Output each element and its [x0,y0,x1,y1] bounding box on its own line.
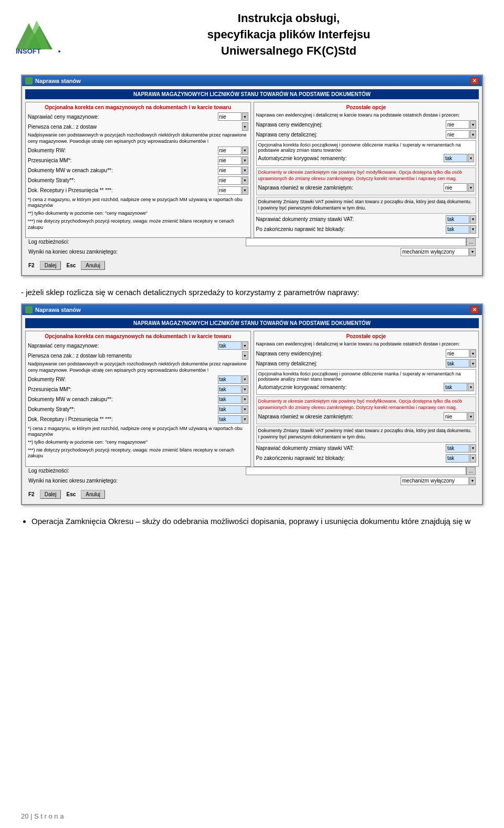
dialog2-ewid-arrow[interactable]: ▼ [470,349,476,358]
dialog1-row-mm-control[interactable]: nie ▼ [218,156,248,165]
dialog2-remanenty-arrow[interactable]: ▼ [468,383,474,391]
dialog2-row-straty-arrow[interactable]: ▼ [242,405,248,414]
dialog1-remanenty-arrow[interactable]: ▼ [468,154,474,162]
dialog1-row-mw-arrow[interactable]: ▼ [242,166,248,175]
dialog1-log-browse-button[interactable]: ... [466,238,476,246]
dialog2-naprawiac-value[interactable]: tak [218,341,242,350]
dialog1-field-ewid-control[interactable]: nie ▼ [446,120,476,129]
dialog1-row-rw-value[interactable]: nie [218,146,242,155]
dialog1-row-receptury-value[interactable]: nie [218,186,242,195]
dialog1-pierwsza-arrow[interactable]: ▼ [242,122,248,131]
dialog2-row-straty-control[interactable]: tak ▼ [218,405,248,414]
dialog1-naprawiac-arrow[interactable]: ▼ [242,112,248,121]
dialog2-field-ewid-control[interactable]: nie ▼ [446,349,476,358]
dialog2-close-button[interactable]: ✕ [470,306,479,313]
dialog1-row-mm-arrow[interactable]: ▼ [242,156,248,165]
dialog1-close-button[interactable]: ✕ [470,77,479,85]
dialog2-pierwsza-arrow[interactable]: ▼ [242,351,248,360]
dialog2-field-detal-control[interactable]: tak ▼ [446,359,476,368]
dialog2-dalej-button[interactable]: Dalej [40,490,61,499]
dialog2-ewid-value[interactable]: nie [446,349,469,358]
dialog2-remanenty-value[interactable]: tak [444,383,467,391]
dialog2-field-detal: Naprawa ceny detalicznej: tak ▼ [256,359,477,368]
dialog2-wyniki-arrow[interactable]: ▼ [469,477,476,485]
dialog1-row-rw-arrow[interactable]: ▼ [242,146,248,155]
dialog2-period-value[interactable]: nie [444,412,467,421]
dialog2-vat-value[interactable]: tak [446,444,469,453]
dialog2-row-mm-control[interactable]: tak ▼ [218,385,248,394]
dialog2-row-mw-value[interactable]: tak [218,395,242,404]
dialog2-field-vat-control[interactable]: tak ▼ [446,444,476,453]
dialog1-row-mw-control[interactable]: nie ▼ [218,166,248,175]
dialog1-remanenty-value[interactable]: tak [444,154,467,162]
dialog1-period-arrow[interactable]: ▼ [468,183,474,192]
dialog2-row-mm-arrow[interactable]: ▼ [242,385,248,394]
dialog2-row-mw-control[interactable]: tak ▼ [218,395,248,404]
dialog1-field-vat-control[interactable]: tak ▼ [446,215,476,224]
dialog1-field-detal-control[interactable]: nie ▼ [446,130,476,139]
insoft-logo-svg: INSOFT [10,13,79,55]
dialog2-detal-value[interactable]: tak [446,359,469,368]
dialog2-wyniki-control[interactable]: mechanizm wyłączony ▼ [401,477,476,485]
dialog1-dalej-button[interactable]: Dalej [40,261,61,270]
dialog1-blokady-arrow[interactable]: ▼ [470,225,476,234]
dialog1-blokady-value[interactable]: tak [446,225,469,234]
dialog2-field-pierwsza-control[interactable]: ▼ [242,351,248,360]
dialog1-ewid-value[interactable]: nie [446,120,469,129]
dialog2-detal-arrow[interactable]: ▼ [470,359,476,368]
dialog1-anuluj-button[interactable]: Anuluj [81,261,105,270]
dialog1-main-header: NAPRAWA MAGAZYNOWYCH LICZNIKÓW STANU TOW… [25,89,479,99]
dialog1-wyniki-control[interactable]: mechanizm wyłączony ▼ [401,248,476,256]
dialog2-blokady-arrow[interactable]: ▼ [470,454,476,463]
dialog1-field-remanenty-control[interactable]: tak ▼ [444,154,474,162]
dialog2-row-mw-arrow[interactable]: ▼ [242,395,248,404]
dialog2-log-row: Log rozbieżności: ... [25,467,479,475]
dialog1-wyniki-arrow[interactable]: ▼ [469,248,476,256]
dialog1-field-pierwsza-control[interactable]: ▼ [242,122,248,131]
dialog2-row-receptury-value[interactable]: tak [218,415,242,424]
dialog1-row-mw-value[interactable]: nie [218,166,242,175]
dialog1-detal-value[interactable]: nie [446,130,469,139]
dialog1-row-receptury-arrow[interactable]: ▼ [242,186,248,195]
dialog2-log-input[interactable] [246,467,466,475]
dialog2-field-naprawiac-control[interactable]: tak ▼ [218,341,248,350]
dialog2-field-blokady-label: Po zakończeniu naprawić też blokady: [256,455,446,461]
dialog1-log-input[interactable] [246,238,466,246]
dialog1-row-receptury-label: Dok. Receptury i Przesunięcia ** ***: [28,187,218,193]
dialog2-row-straty-value[interactable]: tak [218,405,242,414]
dialog1-field-blokady-control[interactable]: tak ▼ [446,225,476,234]
dialog2-log-browse-button[interactable]: ... [466,467,476,475]
dialog1-period-value[interactable]: nie [444,183,467,192]
dialog2-naprawiac-arrow[interactable]: ▼ [242,341,248,350]
dialog1-row-rw-label: Dokumenty RW: [28,148,218,153]
dialog1-vat-value[interactable]: tak [446,215,469,224]
dialog2-blokady-value[interactable]: tak [446,454,469,463]
dialog1-wyniki-value[interactable]: mechanizm wyłączony [401,248,469,256]
dialog1-ewid-arrow[interactable]: ▼ [470,120,476,129]
dialog2-field-period-control[interactable]: nie ▼ [444,412,474,421]
dialog2-field-remanenty-control[interactable]: tak ▼ [444,383,474,391]
dialog1-row-receptury-control[interactable]: nie ▼ [218,186,248,195]
dialog2-field-blokady-control[interactable]: tak ▼ [446,454,476,463]
dialog2-wyniki-value[interactable]: mechanizm wyłączony [401,477,469,485]
dialog2-row-rw-control[interactable]: tak ▼ [218,375,248,384]
dialog1-field-period-control[interactable]: nie ▼ [444,183,474,192]
dialog1-detal-arrow[interactable]: ▼ [470,130,476,139]
dialog1-row-mm-value[interactable]: nie [218,156,242,165]
dialog1-field-period: Naprawa również w okresie zamkniętym: ni… [258,183,475,192]
dialog1-row-rw-control[interactable]: nie ▼ [218,146,248,155]
dialog2-vat-arrow[interactable]: ▼ [470,444,476,453]
dialog2-row-receptury-control[interactable]: tak ▼ [218,415,248,424]
dialog1-row-straty-control[interactable]: nie ▼ [218,176,248,185]
dialog1-field-naprawiac-control[interactable]: nie ▼ [218,112,248,121]
dialog2-row-rw-arrow[interactable]: ▼ [242,375,248,384]
dialog1-row-straty-value[interactable]: nie [218,176,242,185]
dialog1-row-straty-arrow[interactable]: ▼ [242,176,248,185]
dialog2-period-arrow[interactable]: ▼ [468,412,474,421]
dialog1-naprawiac-value[interactable]: nie [218,112,242,121]
dialog2-row-receptury-arrow[interactable]: ▼ [242,415,248,424]
dialog2-anuluj-button[interactable]: Anuluj [81,490,105,499]
dialog2-row-rw-value[interactable]: tak [218,375,242,384]
dialog2-row-mm-value[interactable]: tak [218,385,242,394]
dialog1-vat-arrow[interactable]: ▼ [470,215,476,224]
